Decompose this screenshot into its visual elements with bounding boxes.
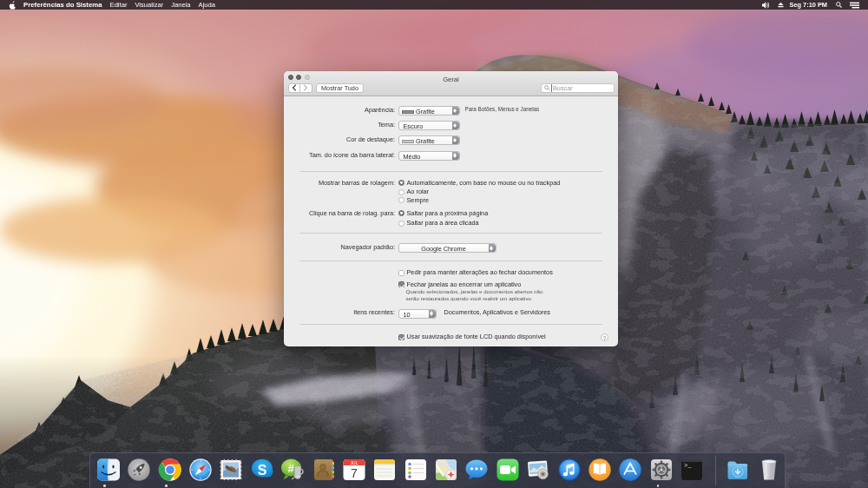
svg-text:S: S	[257, 463, 266, 478]
svg-text:7: 7	[351, 465, 358, 479]
svg-text:>_: >_	[684, 462, 692, 469]
svg-text:#: #	[288, 461, 295, 474]
svg-text:JUL: JUL	[350, 459, 358, 465]
